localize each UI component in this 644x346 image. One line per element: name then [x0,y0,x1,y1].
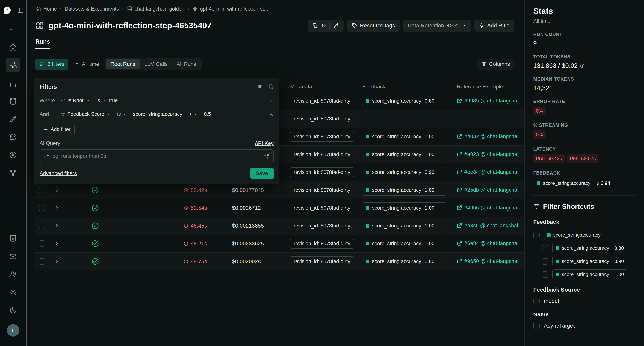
checkbox[interactable] [542,245,548,251]
sidebar-item-support[interactable] [6,130,20,144]
sidebar-item-datasets[interactable] [6,94,20,108]
sidebar-item-deployments[interactable] [6,166,20,180]
reference-example-link[interactable]: #e023 @ chat-langchai [457,151,518,157]
dark-mode-toggle[interactable] [6,303,20,317]
operator-select[interactable]: is [117,111,127,117]
feedback-chip[interactable]: score_string:accuracy1.00 [362,185,446,196]
sidebar-item-docs[interactable] [6,231,20,245]
reference-example-link[interactable]: #b3c6 @ chat-langchai [457,223,518,229]
expand-chevron-icon[interactable] [54,223,60,229]
feedback-value-chip[interactable]: score_string:accuracy1.00 [552,269,627,279]
row-checkbox[interactable] [39,187,45,193]
breadcrumb-home[interactable]: Home [36,6,57,12]
feedback-value-chip[interactable]: score_string:accuracy0.90 [552,256,627,266]
feedback-chip[interactable]: score_string:accuracy1.00 [362,220,446,231]
ai-query-input[interactable]: eg. runs longer than 2s [40,149,274,163]
breadcrumb-experiment[interactable]: gpt-4o-mini-with-reflection-st... [192,6,268,12]
time-range-button[interactable]: All time [73,61,100,67]
expand-chevron-icon[interactable] [54,259,60,264]
info-icon[interactable] [580,63,585,68]
menu-filter-icon[interactable] [6,21,20,35]
table-row[interactable]: 48.21s$0.00233625revision_id: 8078fad-di… [36,235,524,253]
metadata-chip[interactable]: revision_id: 8078fad-dirty [290,203,354,213]
expand-chevron-icon[interactable] [54,241,60,246]
edit-pencil-icon[interactable] [334,23,339,28]
field-selector-feedback-score[interactable]: Feedback Score [57,109,114,119]
resource-tags-button[interactable]: Resource tags [347,20,400,32]
data-retention-dropdown[interactable]: Data Retention 400d [403,20,471,32]
tab-runs[interactable]: Runs [36,38,50,49]
sidebar-scrollbar[interactable] [26,0,27,346]
segment-all-runs[interactable]: All Runs [172,59,200,69]
sidebar-item-home[interactable] [6,40,20,54]
expand-chevron-icon[interactable] [54,205,60,211]
metadata-chip[interactable]: revision_id: 8078fad-dirty [290,96,354,106]
remove-filter-button[interactable] [268,112,274,117]
operator-select[interactable]: is [96,98,106,103]
sidebar-item-members[interactable] [6,267,20,281]
feedback-value-input[interactable]: 0.5 [201,109,214,119]
metadata-chip[interactable]: revision_id: 8078fad-dirty [290,149,354,159]
advanced-filters-link[interactable]: Advanced filters [40,170,77,176]
feedback-chip[interactable]: score_string:accuracy0.80 [362,256,446,267]
add-rule-button[interactable]: Add Rule [474,20,514,32]
id-button-group[interactable]: ID [308,20,344,32]
sidebar-item-settings[interactable] [6,285,20,299]
row-checkbox[interactable] [39,240,45,247]
metadata-chip[interactable]: revision_id: 8078fad-dirty [290,132,354,142]
segment-llm-calls[interactable]: LLM Calls [140,59,172,69]
row-checkbox[interactable] [39,223,45,229]
reference-example-link[interactable]: #9985 @ chat-langchai [457,98,518,104]
row-checkbox[interactable] [39,205,45,211]
checkbox[interactable] [533,298,540,304]
remove-filter-button[interactable] [268,98,274,103]
sidebar-item-tracing-projects[interactable] [6,58,20,72]
api-key-link[interactable]: API Key [254,140,274,146]
expand-chevron-icon[interactable] [54,187,60,193]
metadata-chip[interactable]: revision_id: 8078fad-dirty [290,239,354,249]
feedback-chip[interactable]: score_string:accuracy1.00 [362,203,446,213]
table-row[interactable]: 50.54s$0.0026712revision_id: 8078fad-dir… [36,199,524,217]
table-row[interactable]: 49.75s$0.0020028revision_id: 8078fad-dir… [36,253,524,270]
filter-value[interactable]: true [109,98,118,103]
langsmith-logo-icon[interactable] [2,5,12,15]
metadata-chip[interactable]: revision_id: 8078fad-dirty [290,167,354,177]
table-row[interactable]: 45.45s$0.00213855revision_id: 8078fad-di… [36,217,524,235]
feedback-chip[interactable]: score_string:accuracy0.80 [362,95,446,106]
reference-example-link[interactable]: #b032 @ chat-langchai [457,133,518,139]
save-button[interactable]: Save [250,168,274,179]
metadata-chip[interactable]: revision_id: 8078fad-dirty [290,114,354,124]
filters-button[interactable]: 2 filters [36,59,68,70]
segment-root-runs[interactable]: Root Runs [106,59,140,69]
reference-example-link[interactable]: #ee84 @ chat-langchai [457,169,518,175]
trash-icon[interactable] [257,84,263,90]
checkbox[interactable] [542,258,548,265]
breadcrumb-datasets[interactable]: Datasets & Experiments [64,6,119,12]
add-filter-button[interactable]: Add filter [40,124,74,135]
feedback-chip[interactable]: score_string:accuracy0.90 [362,167,446,178]
sidebar-item-monitoring[interactable] [6,76,20,91]
checkbox[interactable] [533,232,540,238]
row-checkbox[interactable] [39,258,45,265]
checkbox[interactable] [542,271,548,278]
copy-icon[interactable] [268,84,274,90]
comparator-select[interactable]: > [189,111,198,117]
feedback-summary-chip[interactable]: score_string:accuracy μ 0.94 [533,178,613,188]
feedback-chip[interactable]: score_string:accuracy [544,230,604,240]
columns-button[interactable]: Columns [477,59,514,70]
sidebar-item-annotation-queues[interactable] [6,112,20,126]
sidebar-item-mail[interactable] [6,249,20,264]
field-selector-is-root[interactable]: Is Root [57,95,93,105]
breadcrumb-dataset[interactable]: chat-langchain-golden [127,6,184,12]
metadata-chip[interactable]: revision_id: 8078fad-dirty [290,185,354,195]
user-avatar[interactable]: L [7,324,19,337]
reference-example-link[interactable]: #25db @ chat-langchai [457,187,518,193]
metadata-chip[interactable]: revision_id: 8078fad-dirty [290,221,354,231]
feedback-chip[interactable]: score_string:accuracy1.00 [362,149,446,160]
reference-example-link[interactable]: #49b5 @ chat-langchai [457,205,518,211]
collapse-panel-icon[interactable] [16,6,25,15]
metadata-chip[interactable]: revision_id: 8078fad-dirty [290,257,354,266]
feedback-chip[interactable]: score_string:accuracy1.00 [362,238,446,249]
send-icon[interactable] [264,153,270,159]
feedback-key-input[interactable]: score_string:accuracy [130,109,186,119]
